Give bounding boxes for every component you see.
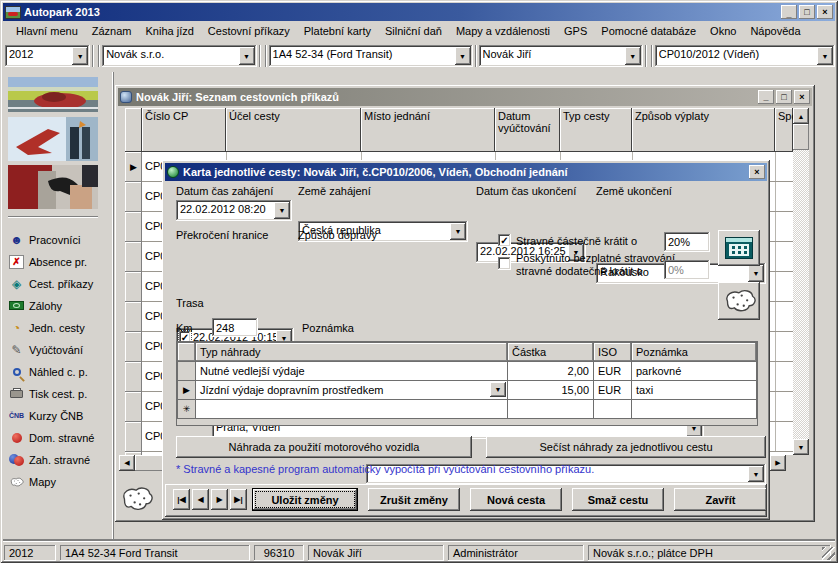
expense-note-cell[interactable]: parkovné: [632, 362, 757, 381]
expense-row-new[interactable]: ✳: [178, 400, 757, 419]
sidebar-item-pracovnici[interactable]: ☻ Pracovníci: [9, 232, 112, 247]
sidebar-item-cest-prikazy[interactable]: ◈ Cest. příkazy: [9, 276, 112, 291]
row-selector[interactable]: [125, 242, 142, 272]
chevron-down-icon[interactable]: ▼: [72, 47, 88, 65]
row-selector[interactable]: [125, 332, 142, 362]
minimize-button[interactable]: _: [781, 5, 797, 19]
close-button[interactable]: ×: [817, 5, 833, 19]
meal-partial-percent-field[interactable]: 20%: [664, 232, 710, 252]
expense-type-cell[interactable]: Nutné vedlejší výdaje: [196, 362, 508, 381]
sidebar-item-vyuctovani[interactable]: ✎ Vyúčtování: [9, 342, 112, 357]
chevron-down-icon[interactable]: ▼: [625, 47, 641, 65]
col-header-misto-jednani[interactable]: Místo jednání: [361, 108, 495, 152]
prev-record-button[interactable]: ◀: [192, 489, 209, 510]
row-selector[interactable]: [125, 422, 142, 452]
minimize-button[interactable]: _: [758, 90, 774, 104]
chevron-down-icon[interactable]: ▼: [239, 47, 255, 65]
expense-row-current[interactable]: ▶ Jízdní výdaje dopravním prostředkem ▼ …: [178, 381, 757, 400]
sidebar-item-nahled[interactable]: Náhled c. p.: [9, 364, 112, 379]
menu-cestovni-prikazy[interactable]: Cestovní příkazy: [201, 23, 297, 39]
year-combo[interactable]: 2012 ▼: [5, 45, 90, 67]
expense-amount-cell[interactable]: [508, 400, 594, 419]
expense-row-selector-current[interactable]: ▶: [178, 381, 196, 400]
menu-silnicni-dan[interactable]: Silniční daň: [378, 23, 449, 39]
km-field[interactable]: 248: [212, 318, 258, 337]
sidebar-item-kurzy-cnb[interactable]: ČNB Kurzy ČNB: [9, 408, 112, 423]
expense-iso-cell[interactable]: [594, 400, 632, 419]
horizontal-scroll-thumb[interactable]: [135, 455, 163, 471]
start-datetime-combo[interactable]: 22.02.2012 08:20 ▼: [176, 200, 292, 221]
chevron-down-icon[interactable]: ▼: [450, 223, 466, 240]
delete-trip-button[interactable]: Smaž cestu: [572, 488, 664, 511]
row-selector[interactable]: [125, 272, 142, 302]
row-selector[interactable]: [125, 302, 142, 332]
col-header-spolucestujici[interactable]: Spoluc: [775, 108, 793, 152]
scroll-down-icon[interactable]: ▼: [793, 439, 809, 455]
meal-free-checkbox[interactable]: [498, 257, 511, 270]
close-button[interactable]: ×: [794, 90, 810, 104]
row-selector[interactable]: [125, 182, 142, 212]
expense-type-cell[interactable]: Jízdní výdaje dopravním prostředkem ▼: [196, 381, 508, 400]
menu-kniha-jizd[interactable]: Kniha jízd: [139, 23, 201, 39]
menu-platebni-karty[interactable]: Platební karty: [297, 23, 378, 39]
col-header-zpusob-vyplaty[interactable]: Způsob výplaty: [632, 108, 775, 152]
map-button[interactable]: [718, 282, 760, 320]
expense-type-cell[interactable]: [196, 400, 508, 419]
close-icon[interactable]: ×: [749, 165, 765, 179]
expense-iso-cell[interactable]: EUR: [594, 381, 632, 400]
sidebar-item-absence[interactable]: ✗ Absence pr.: [9, 254, 112, 269]
menu-hlavni-menu[interactable]: Hlavní menu: [9, 23, 85, 39]
col-header-typ-cesty[interactable]: Typ cesty: [560, 108, 632, 152]
chevron-down-icon[interactable]: ▼: [748, 265, 764, 282]
row-selector-current[interactable]: ▶: [125, 152, 142, 182]
scroll-up-icon[interactable]: ▲: [793, 108, 809, 124]
scroll-left-icon[interactable]: ◀: [119, 455, 135, 471]
maximize-button[interactable]: □: [776, 90, 792, 104]
vertical-scroll-thumb[interactable]: [793, 124, 809, 150]
meal-partial-checkbox[interactable]: ✓: [498, 234, 511, 247]
new-trip-button[interactable]: Nová cesta: [470, 488, 562, 511]
menu-pomocne-databaze[interactable]: Pomocné databáze: [594, 23, 703, 39]
maximize-button[interactable]: □: [799, 5, 815, 19]
row-selector[interactable]: [125, 362, 142, 392]
expense-amount-cell[interactable]: 15,00: [508, 381, 594, 400]
vertical-scrollbar[interactable]: ▲ ▼: [793, 108, 809, 455]
next-record-button[interactable]: ▶: [211, 489, 228, 510]
vehicle-compensation-button[interactable]: Náhrada za použití motorového vozidla: [176, 436, 472, 458]
close-dialog-button[interactable]: Zavřít: [674, 488, 767, 511]
menu-mapy-a-vzdalenosti[interactable]: Mapy a vzdálenosti: [449, 23, 557, 39]
resize-grip[interactable]: [822, 547, 835, 560]
chevron-down-icon[interactable]: ▼: [455, 47, 471, 65]
chevron-down-icon[interactable]: ▼: [274, 202, 290, 219]
expense-iso-cell[interactable]: EUR: [594, 362, 632, 381]
expense-amount-cell[interactable]: 2,00: [508, 362, 594, 381]
company-combo[interactable]: Novák s.r.o. ▼: [102, 45, 256, 67]
row-selector[interactable]: [125, 212, 142, 242]
col-header-ucel-cesty[interactable]: Účel cesty: [226, 108, 361, 152]
save-changes-button[interactable]: Uložit změny: [252, 488, 358, 511]
chevron-down-icon[interactable]: ▼: [748, 466, 764, 482]
menu-gps[interactable]: GPS: [557, 23, 594, 39]
calculator-button[interactable]: [718, 230, 760, 266]
col-header-datum-vyuctovani[interactable]: Datum vyúčtování: [495, 108, 560, 152]
new-row-marker-icon[interactable]: ✳: [178, 400, 196, 419]
expense-row[interactable]: Nutné vedlejší výdaje 2,00 EUR parkovné: [178, 362, 757, 381]
first-record-button[interactable]: |◀: [173, 489, 190, 510]
scroll-right-icon[interactable]: ▶: [770, 455, 786, 471]
menu-zaznam[interactable]: Záznam: [85, 23, 139, 39]
expense-row-selector[interactable]: [178, 362, 196, 381]
chevron-down-icon[interactable]: ▼: [490, 382, 506, 397]
person-combo[interactable]: Novák Jiří ▼: [479, 45, 643, 67]
expense-note-cell[interactable]: [632, 400, 757, 419]
sum-compensation-button[interactable]: Sečíst náhrady za jednotlivou cestu: [486, 436, 766, 458]
col-header-cislo-cp[interactable]: Číslo CP: [142, 108, 226, 152]
sidebar-item-dom-stravne[interactable]: Dom. stravné: [9, 430, 112, 445]
sidebar-item-jedn-cesty[interactable]: ◔ Jedn. cesty: [9, 320, 112, 335]
chevron-down-icon[interactable]: ▼: [817, 47, 833, 65]
last-record-button[interactable]: ▶|: [230, 489, 247, 510]
sidebar-item-tisk[interactable]: Tisk cest. p.: [9, 386, 112, 401]
trip-combo[interactable]: CP010/2012 (Vídeň) ▼: [655, 45, 835, 67]
expense-note-cell[interactable]: taxi: [632, 381, 757, 400]
meal-free-percent-field[interactable]: 0%: [664, 260, 710, 280]
cancel-changes-button[interactable]: Zrušit změny: [368, 488, 460, 511]
